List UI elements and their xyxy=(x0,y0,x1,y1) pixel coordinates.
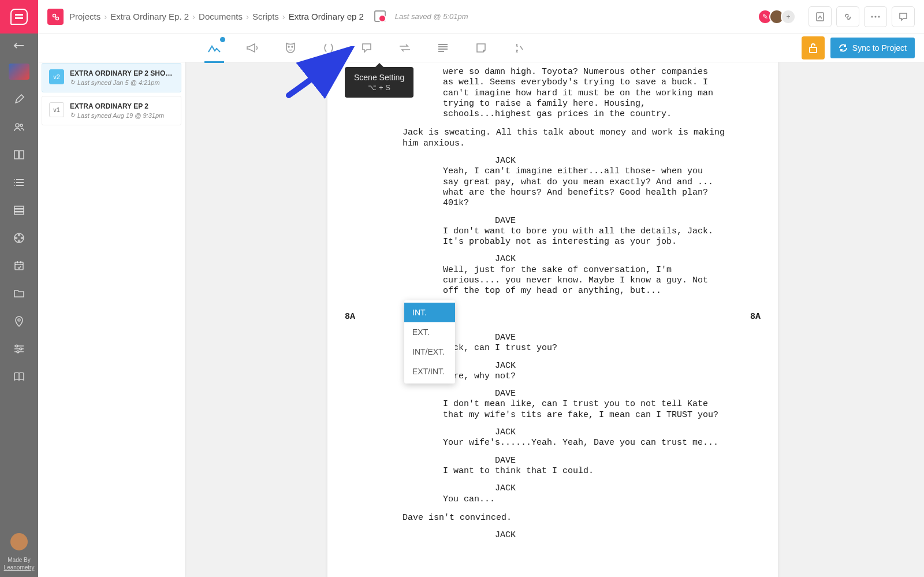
people-icon[interactable] xyxy=(0,113,38,141)
dropdown-option-ext[interactable]: EXT. xyxy=(404,322,455,342)
avatar-add[interactable]: + xyxy=(781,9,796,24)
revision-item[interactable]: v2 EXTRA ORDINARY EP 2 SHOOTIN… ↻ Last s… xyxy=(42,63,181,92)
character-name[interactable]: JACK xyxy=(495,530,743,541)
top-bar: Projects › Extra Ordinary Ep. 2 › Docume… xyxy=(38,0,924,33)
revision-item[interactable]: v1 EXTRA ORDINARY EP 2 ↻ Last synced Aug… xyxy=(42,96,181,125)
character-name[interactable]: DAVE xyxy=(495,456,743,466)
scene-setting-button[interactable] xyxy=(206,39,223,57)
sliders-icon[interactable] xyxy=(0,335,38,363)
dialogue-block[interactable]: You can... xyxy=(443,494,720,505)
more-button[interactable] xyxy=(864,6,887,27)
last-saved-label: Last saved @ 5:01pm xyxy=(395,12,468,21)
svg-point-0 xyxy=(16,124,19,127)
sync-to-project-button[interactable]: Sync to Project xyxy=(830,38,915,58)
svg-point-24 xyxy=(292,46,293,47)
lock-button[interactable] xyxy=(802,36,825,59)
svg-point-10 xyxy=(18,240,20,242)
chevron-right-icon: › xyxy=(246,12,249,21)
dropdown-option-int[interactable]: INT. xyxy=(404,303,455,322)
project-thumb[interactable] xyxy=(0,58,38,85)
location-pin-icon[interactable] xyxy=(0,307,38,335)
action-lines-icon[interactable] xyxy=(434,39,452,57)
character-name[interactable]: JACK xyxy=(495,254,743,265)
note-icon[interactable] xyxy=(472,39,490,57)
svg-point-1 xyxy=(20,124,23,126)
dialogue-block[interactable]: I don't want to bore you with all the de… xyxy=(443,226,720,248)
svg-rect-6 xyxy=(14,212,24,214)
revision-badge: v2 xyxy=(49,69,64,84)
svg-rect-5 xyxy=(14,209,24,211)
reel-icon[interactable] xyxy=(0,224,38,252)
dialogue-block[interactable]: Jack, can I trust you? xyxy=(443,343,720,353)
dialogue-icon[interactable] xyxy=(358,39,375,57)
book-icon[interactable] xyxy=(0,363,38,390)
breadcrumb-current: Extra Ordinary ep 2 xyxy=(289,12,364,21)
character-mask-icon[interactable] xyxy=(282,39,299,57)
transition-icon[interactable] xyxy=(396,39,413,57)
svg-rect-4 xyxy=(14,206,24,209)
chevron-right-icon: › xyxy=(192,12,195,21)
export-pdf-button[interactable] xyxy=(808,6,832,27)
revision-meta: ↻ Last synced Aug 19 @ 9:31pm xyxy=(70,111,174,119)
dropdown-option-intext[interactable]: INT/EXT. xyxy=(404,342,455,362)
dialogue-block[interactable]: I want to think that I could. xyxy=(443,466,720,477)
scene-setting-tooltip: Scene Setting ⌥ + S xyxy=(345,67,413,98)
save-status-icon[interactable] xyxy=(374,10,387,23)
action-block[interactable]: Dave isn't convinced. xyxy=(403,513,732,523)
svg-point-20 xyxy=(871,16,873,17)
breadcrumb-documents[interactable]: Documents xyxy=(199,12,243,21)
script-page[interactable]: were so damn high. Toyota? Numerous othe… xyxy=(327,62,778,577)
project-icon[interactable] xyxy=(47,9,64,25)
folder-icon[interactable] xyxy=(0,280,38,307)
parenthetical-icon[interactable] xyxy=(320,39,337,57)
svg-point-22 xyxy=(878,16,880,17)
scene-setting-dropdown[interactable]: INT. EXT. INT/EXT. EXT/INT. xyxy=(404,300,455,384)
dialogue-block[interactable]: Your wife's......Yeah. Yeah, Dave you ca… xyxy=(443,438,720,448)
link-button[interactable] xyxy=(836,6,859,27)
character-name[interactable]: JACK xyxy=(495,361,743,371)
dialogue-block[interactable]: Sure, why not? xyxy=(443,371,720,382)
app-logo[interactable] xyxy=(0,0,38,33)
shot-number-icon[interactable]: 12 xyxy=(511,39,528,57)
character-name[interactable]: DAVE xyxy=(495,333,743,343)
dialogue-block[interactable]: I don't mean like, can I trust you to no… xyxy=(443,399,720,420)
list-icon[interactable] xyxy=(0,169,38,196)
action-block[interactable]: Jack is sweating. All this talk about mo… xyxy=(403,128,732,149)
sync-icon: ↻ xyxy=(70,111,75,119)
character-name[interactable]: JACK xyxy=(495,483,743,494)
dropdown-option-extint[interactable]: EXT/INT. xyxy=(404,362,455,381)
back-arrow-icon[interactable] xyxy=(0,33,38,58)
breadcrumb-episode[interactable]: Extra Ordinary Ep. 2 xyxy=(110,12,189,21)
dialogue-block[interactable]: Well, just for the sake of conversation,… xyxy=(443,265,720,297)
user-avatar[interactable] xyxy=(10,533,28,550)
breadcrumb-projects[interactable]: Projects xyxy=(69,12,100,21)
revision-title: EXTRA ORDINARY EP 2 xyxy=(70,102,174,110)
collaborator-avatars[interactable]: ✎ + xyxy=(761,9,796,24)
dialogue-block[interactable]: Yeah, I can't imagine either...all those… xyxy=(443,166,720,209)
comments-button[interactable] xyxy=(892,6,915,27)
svg-point-8 xyxy=(18,234,20,236)
sync-icon: ↻ xyxy=(70,79,75,86)
character-name[interactable]: JACK xyxy=(495,427,743,438)
boards-icon[interactable] xyxy=(0,141,38,169)
svg-rect-27 xyxy=(810,47,817,53)
character-name[interactable]: DAVE xyxy=(495,216,743,226)
left-rail: Made By Leanometry xyxy=(0,0,38,577)
svg-point-18 xyxy=(56,17,59,20)
made-by-label: Made By Leanometry xyxy=(4,556,35,571)
character-name[interactable]: DAVE xyxy=(495,389,743,399)
rows-icon[interactable] xyxy=(0,196,38,224)
revision-title: EXTRA ORDINARY EP 2 SHOOTIN… xyxy=(70,69,174,77)
editor-canvas[interactable]: were so damn high. Toyota? Numerous othe… xyxy=(185,62,924,577)
revisions-panel: DOCUMENT REVISIONS (2) v2 EXTRA ORDINARY… xyxy=(38,33,185,577)
dialogue-block[interactable]: were so damn high. Toyota? Numerous othe… xyxy=(443,67,720,120)
breadcrumb-scripts[interactable]: Scripts xyxy=(252,12,279,21)
calendar-icon[interactable] xyxy=(0,252,38,280)
svg-rect-2 xyxy=(14,151,18,159)
svg-point-16 xyxy=(17,351,19,353)
speech-bubble-icon xyxy=(10,9,28,25)
character-name[interactable]: JACK xyxy=(495,156,743,166)
announcement-icon[interactable] xyxy=(244,39,261,57)
svg-point-21 xyxy=(874,16,876,17)
edit-icon[interactable] xyxy=(0,85,38,113)
